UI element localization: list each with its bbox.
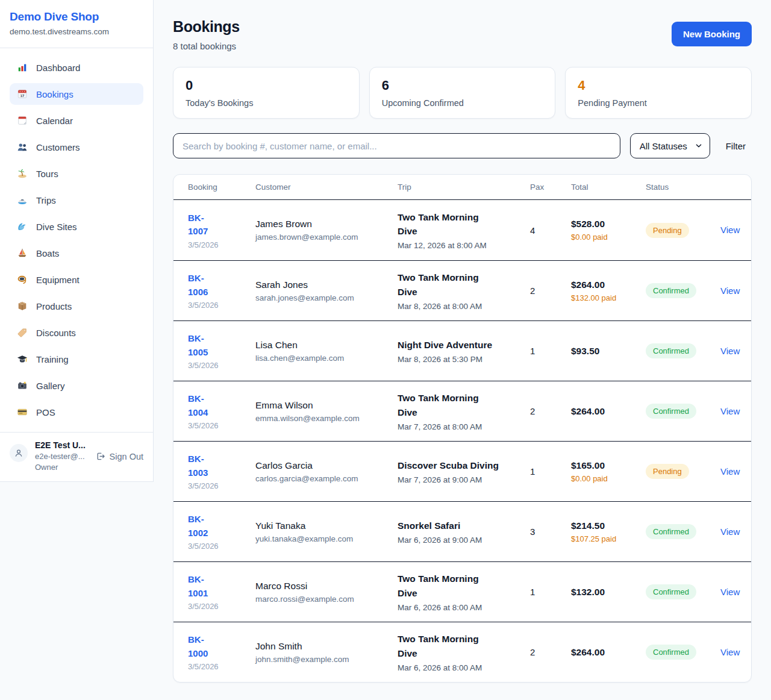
sidebar-item-label: POS <box>36 407 55 417</box>
booking-id-link[interactable]: BK-1001 <box>188 573 219 600</box>
view-link[interactable]: View <box>720 466 740 477</box>
paid-amount: $132.00 paid <box>571 293 646 302</box>
sidebar-item-discounts[interactable]: Discounts <box>10 322 143 343</box>
trip-datetime: Mar 8, 2026 at 8:00 AM <box>398 302 530 311</box>
customer-name: John Smith <box>255 641 398 652</box>
table-row: BK-1001 3/5/2026 Marco Rossi marco.rossi… <box>173 561 751 622</box>
stats-row: 0 Today's Bookings 6 Upcoming Confirmed … <box>173 67 752 119</box>
sign-out-button[interactable]: Sign Out <box>95 451 143 461</box>
status-badge: Confirmed <box>646 645 696 660</box>
customer-email: carlos.garcia@example.com <box>255 474 398 483</box>
filter-button[interactable]: Filter <box>720 141 752 151</box>
status-select-wrap: All Statuses <box>630 133 710 158</box>
customer-name: Lisa Chen <box>255 340 398 351</box>
sidebar-item-boats[interactable]: Boats <box>10 242 143 264</box>
customer-email: marco.rossi@example.com <box>255 595 398 604</box>
equipment-icon <box>17 274 28 285</box>
products-icon <box>17 301 28 311</box>
sidebar-item-training[interactable]: Training <box>10 348 143 370</box>
booking-id-link[interactable]: BK-1003 <box>188 452 219 480</box>
booking-date: 3/5/2026 <box>188 421 255 430</box>
pax-count: 2 <box>530 647 571 657</box>
sidebar-item-products[interactable]: Products <box>10 295 143 317</box>
sidebar-item-label: Bookings <box>36 89 73 99</box>
sidebar-item-calendar[interactable]: Calendar <box>10 110 143 131</box>
sidebar-item-label: Products <box>36 301 72 311</box>
total-amount: $93.50 <box>571 346 646 357</box>
column-header-total: Total <box>571 183 646 192</box>
booking-id-link[interactable]: BK-1005 <box>188 332 219 359</box>
bookings-icon <box>17 89 28 99</box>
customer-email: emma.wilson@example.com <box>255 414 398 423</box>
tours-icon <box>17 168 28 179</box>
sidebar-item-tours[interactable]: Tours <box>10 163 143 184</box>
total-amount: $528.00 <box>571 219 646 230</box>
booking-date: 3/5/2026 <box>188 361 255 370</box>
status-badge: Confirmed <box>646 343 696 358</box>
booking-id-link[interactable]: BK-1000 <box>188 633 219 660</box>
pax-count: 4 <box>530 225 571 236</box>
view-link[interactable]: View <box>720 587 740 597</box>
paid-amount: $0.00 paid <box>571 474 646 483</box>
trip-name: Two Tank Morning Dive <box>398 391 500 419</box>
sidebar-item-gallery[interactable]: Gallery <box>10 375 143 396</box>
booking-id-link[interactable]: BK-1007 <box>188 211 219 239</box>
booking-id-link[interactable]: BK-1002 <box>188 513 219 540</box>
customer-name: Carlos Garcia <box>255 460 398 471</box>
view-link[interactable]: View <box>720 346 740 356</box>
sidebar-item-label: Boats <box>36 248 59 258</box>
status-select[interactable]: All Statuses <box>630 133 710 158</box>
sidebar-item-dashboard[interactable]: Dashboard <box>10 57 143 78</box>
table-row: BK-1002 3/5/2026 Yuki Tanaka yuki.tanaka… <box>173 501 751 561</box>
booking-id-link[interactable]: BK-1006 <box>188 272 219 299</box>
trip-name: Two Tank Morning Dive <box>398 572 500 600</box>
sidebar-item-dive-sites[interactable]: Dive Sites <box>10 216 143 237</box>
status-badge: Pending <box>646 223 689 238</box>
table-header-row: BookingCustomerTripPaxTotalStatus <box>173 175 751 200</box>
sidebar-item-pos[interactable]: POS <box>10 401 143 423</box>
stat-value: 6 <box>382 78 543 93</box>
pax-count: 3 <box>530 527 571 537</box>
sidebar-item-customers[interactable]: Customers <box>10 136 143 158</box>
sidebar-item-label: Customers <box>36 142 80 152</box>
customer-email: lisa.chen@example.com <box>255 354 398 363</box>
brand-block: Demo Dive Shop demo.test.divestreams.com <box>0 0 153 48</box>
table-body: BK-1007 3/5/2026 James Brown james.brown… <box>173 200 751 682</box>
sidebar-item-label: Dashboard <box>36 63 80 73</box>
trip-datetime: Mar 6, 2026 at 9:00 AM <box>398 536 530 545</box>
sidebar-item-label: Equipment <box>36 275 80 285</box>
sidebar-item-label: Calendar <box>36 116 73 126</box>
customer-name: Yuki Tanaka <box>255 520 398 531</box>
customer-email: james.brown@example.com <box>255 233 398 242</box>
pax-count: 2 <box>530 286 571 296</box>
user-email: e2e-tester@... <box>35 452 86 461</box>
status-badge: Confirmed <box>646 524 696 539</box>
new-booking-button[interactable]: New Booking <box>672 22 752 46</box>
table-row: BK-1006 3/5/2026 Sarah Jones sarah.jones… <box>173 260 751 320</box>
search-input[interactable] <box>173 133 620 158</box>
page-header: Bookings 8 total bookings New Booking <box>173 18 752 51</box>
trip-name: Two Tank Morning Dive <box>398 632 500 660</box>
booking-id-link[interactable]: BK-1004 <box>188 392 219 419</box>
calendar-icon <box>17 115 28 126</box>
sidebar-item-trips[interactable]: Trips <box>10 189 143 211</box>
sidebar-item-label: Trips <box>36 195 56 205</box>
sign-out-icon <box>95 451 105 461</box>
sidebar-item-bookings[interactable]: Bookings <box>10 83 143 105</box>
booking-date: 3/5/2026 <box>188 481 255 490</box>
customer-name: James Brown <box>255 219 398 230</box>
sidebar-item-equipment[interactable]: Equipment <box>10 269 143 290</box>
stat-label: Today's Bookings <box>186 98 347 108</box>
customer-email: yuki.tanaka@example.com <box>255 534 398 543</box>
paid-amount: $107.25 paid <box>571 534 646 543</box>
view-link[interactable]: View <box>720 286 740 296</box>
view-link[interactable]: View <box>720 527 740 537</box>
customer-email: john.smith@example.com <box>255 655 398 664</box>
view-link[interactable]: View <box>720 647 740 657</box>
user-meta: E2E Test U... e2e-tester@... Owner <box>35 440 86 472</box>
view-link[interactable]: View <box>720 225 740 235</box>
view-link[interactable]: View <box>720 406 740 416</box>
bookings-table: BookingCustomerTripPaxTotalStatus BK-100… <box>173 174 752 683</box>
status-badge: Pending <box>646 464 689 479</box>
trip-datetime: Mar 8, 2026 at 5:30 PM <box>398 355 530 364</box>
